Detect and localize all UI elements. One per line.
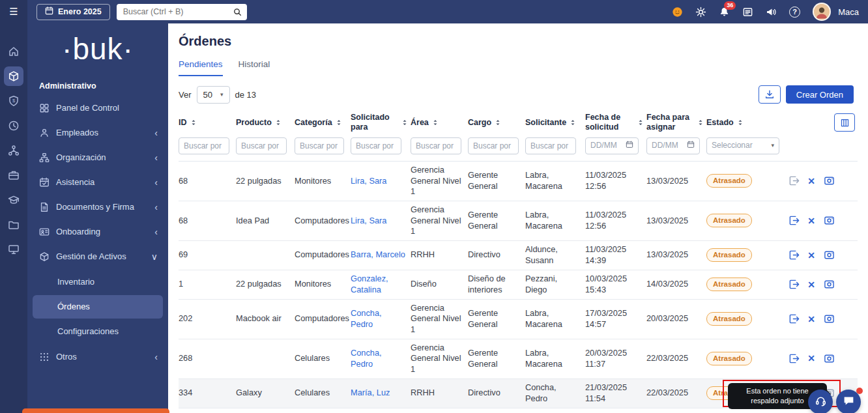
- sort-icon[interactable]: [401, 119, 408, 127]
- cell-categoria: Monitores: [295, 270, 351, 299]
- backup-icon[interactable]: [821, 248, 837, 263]
- filter-input-area[interactable]: [411, 137, 461, 154]
- columns-button[interactable]: [834, 113, 855, 132]
- sidebar-item-gestion-de-activos[interactable]: Gestión de Activos∨: [27, 244, 168, 269]
- sort-icon[interactable]: [432, 119, 439, 127]
- sidebar-item-onboarding[interactable]: Onboarding‹: [27, 220, 168, 244]
- column-header-cargo[interactable]: Cargo: [468, 107, 525, 135]
- sitemap-icon: [39, 152, 50, 163]
- create-order-button[interactable]: Crear Orden: [786, 85, 854, 104]
- filter-date-fecha-de-solicitud[interactable]: DD/MM: [585, 137, 639, 154]
- home-icon[interactable]: [4, 42, 23, 61]
- backup-icon[interactable]: [821, 311, 837, 327]
- cancel-icon[interactable]: ✕: [803, 277, 819, 292]
- tab-historial[interactable]: Historial: [239, 59, 270, 76]
- gear-icon[interactable]: [695, 7, 706, 18]
- column-header-producto[interactable]: Producto: [236, 107, 295, 135]
- filter-select-estado[interactable]: Seleccionar▾: [706, 137, 779, 154]
- filter-date-fecha-para-asignar[interactable]: DD/MM: [646, 137, 700, 154]
- graduation-cap-icon[interactable]: [4, 190, 23, 210]
- solicitado-para-link[interactable]: Concha, Pedro: [351, 308, 382, 329]
- shield-dollar-icon[interactable]: $: [4, 91, 23, 111]
- sidebar-item-otros[interactable]: Otros‹: [27, 345, 168, 369]
- column-header-categoria[interactable]: Categoría: [295, 107, 351, 135]
- backup-icon[interactable]: [821, 173, 837, 189]
- sidebar-item-asistencia[interactable]: Asistencia‹: [27, 170, 168, 195]
- monitor-icon[interactable]: [4, 240, 23, 259]
- cancel-icon[interactable]: ✕: [803, 173, 819, 189]
- sort-icon[interactable]: [637, 119, 644, 127]
- download-button[interactable]: [759, 85, 781, 104]
- user-name[interactable]: Maca: [838, 7, 859, 17]
- sort-icon[interactable]: [495, 119, 501, 127]
- help-icon[interactable]: ?: [789, 7, 800, 18]
- solicitado-para-link[interactable]: Lira, Sara: [351, 176, 386, 186]
- filter-input-categoria[interactable]: [295, 137, 344, 154]
- sort-icon[interactable]: [190, 119, 197, 127]
- assign-icon[interactable]: [786, 277, 802, 292]
- briefcase-icon[interactable]: [4, 165, 23, 185]
- assign-icon[interactable]: [786, 248, 802, 263]
- box-icon[interactable]: [4, 66, 23, 86]
- solicitado-para-link[interactable]: Barra, Marcelo: [351, 249, 405, 259]
- folder-icon[interactable]: [4, 215, 23, 235]
- avatar[interactable]: [813, 3, 831, 21]
- filter-input-producto[interactable]: [236, 137, 287, 154]
- support-fab[interactable]: [808, 390, 833, 413]
- assign-icon[interactable]: [786, 213, 802, 229]
- period-selector[interactable]: Enero 2025: [36, 4, 110, 20]
- column-header-area[interactable]: Área: [411, 107, 468, 135]
- news-icon[interactable]: [742, 7, 753, 18]
- page-size-select[interactable]: 50 ▾: [197, 86, 230, 104]
- column-header-fecha-para-asignar[interactable]: Fecha para asignar: [646, 107, 706, 135]
- search-input[interactable]: [122, 7, 233, 17]
- cancel-icon[interactable]: ✕: [803, 213, 819, 229]
- sidebar-item-documentos-y-firma[interactable]: Documentos y Firma‹: [27, 195, 168, 220]
- cancel-icon[interactable]: ✕: [803, 248, 819, 263]
- cancel-icon[interactable]: ✕: [803, 351, 819, 367]
- column-header-fecha-de-solicitud[interactable]: Fecha de solicitud: [585, 107, 646, 135]
- org-nodes-icon[interactable]: [4, 141, 23, 160]
- assign-icon[interactable]: [786, 173, 802, 189]
- bell-icon[interactable]: 36: [719, 7, 730, 18]
- sidebar-subitem-inventario[interactable]: Inventario: [33, 270, 163, 294]
- solicitado-para-link[interactable]: Lira, Sara: [351, 216, 386, 225]
- backup-icon[interactable]: [821, 277, 837, 292]
- coin-icon[interactable]: [672, 7, 683, 18]
- sidebar-subitem-ordenes[interactable]: Órdenes: [33, 295, 163, 319]
- menu-icon[interactable]: ☰: [0, 0, 27, 23]
- clock-icon[interactable]: [4, 116, 23, 135]
- assign-icon[interactable]: [786, 311, 802, 327]
- filter-input-solicitante[interactable]: [525, 137, 576, 154]
- solicitado-para-link[interactable]: Gonzalez, Catalina: [351, 274, 388, 294]
- column-header-solicitado-para[interactable]: Solicitado para: [351, 107, 411, 135]
- column-header-estado[interactable]: Estado: [706, 107, 786, 135]
- sort-icon[interactable]: [275, 119, 282, 127]
- column-header-id[interactable]: ID: [179, 107, 236, 135]
- sort-icon[interactable]: [570, 119, 576, 127]
- sidebar-item-organizacion[interactable]: Organización‹: [27, 145, 168, 170]
- column-header-solicitante[interactable]: Solicitante: [525, 107, 585, 135]
- sidebar-item-panel-de-control[interactable]: Panel de Control: [27, 96, 168, 121]
- megaphone-icon[interactable]: [766, 7, 777, 18]
- solicitado-para-link[interactable]: María, Luz: [351, 388, 390, 397]
- filter-input-cargo[interactable]: [468, 137, 519, 154]
- sidebar-item-empleados[interactable]: Empleados‹: [27, 121, 168, 145]
- sidebar-rail: $: [0, 23, 27, 413]
- backup-icon[interactable]: [821, 351, 837, 367]
- sort-icon[interactable]: [697, 119, 704, 127]
- global-search[interactable]: [117, 4, 247, 20]
- filter-input-solicitado-para[interactable]: [351, 137, 401, 154]
- sort-icon[interactable]: [737, 119, 744, 127]
- backup-icon[interactable]: [821, 213, 837, 229]
- filter-input-id[interactable]: [179, 137, 229, 154]
- cell-area: RRHH: [411, 240, 468, 270]
- cell-solicitado-para: Lira, Sara: [351, 201, 411, 240]
- sidebar-subitem-configuraciones[interactable]: Configuraciones: [33, 320, 163, 343]
- assign-icon[interactable]: [786, 351, 802, 367]
- sort-icon[interactable]: [336, 119, 342, 127]
- solicitado-para-link[interactable]: Concha, Pedro: [351, 348, 382, 369]
- cancel-icon[interactable]: ✕: [803, 311, 819, 327]
- cell-actions: ✕: [786, 201, 858, 240]
- tab-pendientes[interactable]: Pendientes: [179, 59, 223, 76]
